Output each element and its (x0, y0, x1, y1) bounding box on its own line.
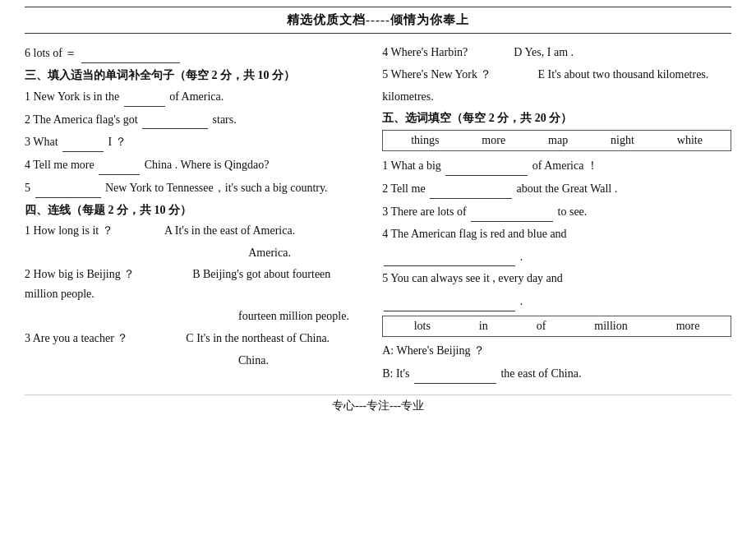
c5-cont-text: kilometres. (382, 90, 434, 103)
c2-q: 2 How big is Beijing ？ (25, 268, 135, 280)
q1-end: of America. (169, 90, 224, 103)
c3-line: 3 Are you a teacher ？ C It's in the nort… (25, 329, 366, 348)
r5-text: 5 You can always see it , every day and (382, 272, 563, 284)
row0-blank[interactable] (81, 43, 180, 63)
c4-q: 4 Where's Harbin? (382, 46, 468, 58)
q4-line: 4 Tell me more China . Where is Qingdao? (25, 155, 366, 175)
right-column: 4 Where's Harbin? D Yes, I am . 5 Where'… (374, 40, 731, 386)
r3-blank[interactable] (471, 201, 553, 222)
r1-blank[interactable] (445, 155, 528, 176)
rB-text: B: It's (382, 367, 409, 380)
q5-end: New York to Tennessee，it's such a big co… (105, 182, 328, 194)
q5-text: 5 (25, 182, 30, 194)
wb1-word2: more (475, 134, 512, 147)
page-title: 精选优质文档-----倾情为你奉上 (25, 12, 731, 28)
wordbox2: lots in of million more (382, 316, 731, 337)
q3-end: I ？ (108, 136, 127, 148)
c1-q: 1 How long is it ？ (25, 224, 113, 237)
c4-line: 4 Where's Harbin? D Yes, I am . (382, 43, 731, 62)
c5-line: 5 Where's New York ？ E It's about two th… (382, 65, 731, 85)
wb1-word5: white (671, 134, 709, 147)
q1-text: 1 New York is in the (25, 90, 119, 103)
r5-dot: . (520, 295, 523, 307)
c1-a2: America. (248, 247, 291, 259)
c2-a-cont: fourteen million people. (238, 310, 349, 322)
footer-text: 专心---专注---专业 (332, 399, 424, 412)
wb2-word2: in (472, 320, 495, 333)
c1-a2-line: America. (25, 243, 366, 263)
r5-blank-line: . (382, 291, 731, 311)
r2-text: 2 Tell me (382, 182, 425, 195)
wb2-word4: million (588, 320, 634, 333)
r2-end: about the Great Wall . (517, 182, 618, 195)
r5-line: 5 You can always see it , every day and (382, 269, 731, 288)
q1-blank[interactable] (124, 86, 165, 107)
c5-q: 5 Where's New York ？ (382, 68, 491, 81)
r4-blank[interactable] (384, 247, 515, 267)
wordbox1: things more map night white (382, 130, 731, 151)
c3-a: C It's in the northeast of China. (186, 332, 330, 344)
footer: 专心---专注---专业 (25, 394, 731, 413)
q3-blank[interactable] (62, 131, 104, 152)
q2-text: 2 The America flag's got (25, 113, 138, 126)
wb1-word4: night (604, 134, 641, 147)
q4-end: China . Where is Qingdao? (145, 159, 270, 171)
c3-q: 3 Are you a teacher ？ (25, 332, 128, 344)
r1-text: 1 What a big (382, 159, 441, 172)
c3-a-cont: China. (238, 354, 269, 367)
q4-blank[interactable] (99, 155, 140, 175)
r4-text: 4 The American flag is red and blue and (382, 228, 566, 240)
rB-end: the east of China. (500, 367, 581, 380)
r2-line: 2 Tell me about the Great Wall . (382, 178, 731, 199)
r2-blank[interactable] (430, 178, 512, 199)
r1-line: 1 What a big of America ！ (382, 155, 731, 176)
q5-blank[interactable] (35, 178, 101, 198)
q1-line: 1 New York is in the of America. (25, 86, 366, 107)
c1-a: A It's in the east of America. (164, 224, 295, 237)
c3-cont: China. (25, 351, 366, 371)
q2-blank[interactable] (142, 109, 208, 130)
r5-blank[interactable] (384, 291, 515, 311)
q2-line: 2 The America flag's got stars. (25, 109, 366, 130)
page: 精选优质文档-----倾情为你奉上 6 lots of ＝ 三、填入适当的单词补… (0, 0, 756, 535)
left-column: 6 lots of ＝ 三、填入适当的单词补全句子（每空 2 分，共 10 分）… (25, 40, 374, 386)
wb1-word3: map (542, 134, 574, 147)
r1-end: of America ！ (532, 159, 598, 172)
r4-blank-line: . (382, 247, 731, 267)
c2-cont: fourteen million people. (25, 307, 366, 326)
q2-end: stars. (213, 113, 237, 126)
q3-line: 3 What I ？ (25, 131, 366, 152)
q3-text: 3 What (25, 136, 58, 148)
row0-text: 6 lots of ＝ (25, 47, 76, 59)
section5-title: 五、选词填空（每空 2 分，共 20 分） (382, 111, 731, 126)
top-rule (25, 7, 731, 7)
c1-line: 1 How long is it ？ A It's in the east of… (25, 221, 366, 241)
section4-title: 四、连线（每题 2 分，共 10 分） (25, 203, 366, 218)
bottom-rule (25, 33, 731, 34)
r3-end: to see. (558, 205, 588, 218)
rB-line: B: It's the east of China. (382, 363, 731, 384)
r4-dot: . (520, 251, 523, 263)
wb2-word3: of (530, 320, 553, 333)
main-content: 6 lots of ＝ 三、填入适当的单词补全句子（每空 2 分，共 10 分）… (25, 40, 731, 386)
rB-blank[interactable] (414, 363, 496, 384)
rA-line: A: Where's Beijing ？ (382, 341, 731, 361)
q4-text: 4 Tell me more (25, 159, 94, 171)
q5-line: 5 New York to Tennessee，it's such a big … (25, 178, 366, 198)
c2-line: 2 How big is Beijing ？ B Beijing's got a… (25, 265, 366, 304)
r3-text: 3 There are lots of (382, 205, 466, 218)
c5-a: E It's about two thousand kilometres. (537, 68, 708, 81)
wb2-word1: lots (408, 320, 437, 333)
rA-text: A: Where's Beijing ？ (382, 344, 485, 357)
wb1-word1: things (404, 134, 445, 147)
r3-line: 3 There are lots of to see. (382, 201, 731, 222)
wb2-word5: more (670, 320, 707, 333)
c4-a: D Yes, I am . (514, 46, 574, 58)
row0-line: 6 lots of ＝ (25, 43, 366, 63)
section3-title: 三、填入适当的单词补全句子（每空 2 分，共 10 分） (25, 68, 366, 83)
c5-cont: kilometres. (382, 87, 731, 107)
r4-line: 4 The American flag is red and blue and (382, 224, 731, 244)
